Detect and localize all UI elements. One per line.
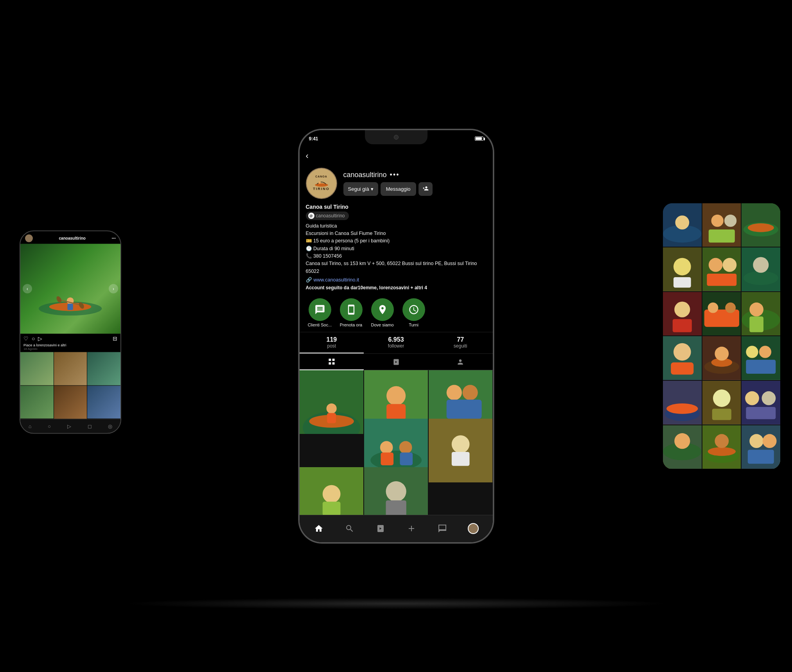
left-nav-arrow[interactable]: ‹ (23, 284, 32, 293)
back-button[interactable]: ‹ (306, 151, 309, 161)
nav-home-icon[interactable]: ⌂ (29, 423, 32, 429)
bio-line5: 📞 380 1507456 (306, 253, 487, 260)
grid-cell-4[interactable] (20, 385, 54, 419)
left-phone-nav: ⌂ ○ ▷ ◻ ◎ (20, 419, 120, 433)
stat-following[interactable]: 77 seguiti (428, 332, 493, 353)
right-grid-cell-3[interactable] (742, 203, 780, 247)
add-person-button[interactable] (418, 182, 433, 196)
left-phone-avatar (25, 234, 33, 242)
svg-point-23 (380, 441, 393, 454)
right-grid-cell-11[interactable] (702, 336, 741, 380)
svg-rect-42 (708, 229, 735, 242)
prenota-icon (346, 304, 357, 315)
rg1-content (663, 203, 702, 247)
nav-add-button[interactable] (403, 520, 420, 537)
right-grid-cell-4[interactable] (663, 247, 702, 291)
right-grid-cell-7[interactable] (663, 292, 702, 336)
photo-grid (300, 370, 493, 514)
svg-point-38 (675, 215, 689, 229)
photo-cell-1[interactable] (300, 370, 363, 434)
tab-reels[interactable] (364, 354, 428, 370)
right-grid-cell-18[interactable] (742, 425, 780, 469)
stat-posts[interactable]: 119 post (300, 332, 364, 353)
right-grid-cell-14[interactable] (702, 381, 741, 425)
left-phone-action-icons: ♡ ○ ▷ (23, 335, 42, 342)
bio-text: Guida turistica Escursioni in Canoa Sul … (306, 222, 487, 276)
messaggio-button[interactable]: Messaggio (381, 182, 416, 196)
nav-profile-icon[interactable]: ◎ (108, 423, 112, 429)
rg5-content (702, 247, 741, 291)
photo-cell-5[interactable] (429, 419, 492, 482)
right-grid-cell-15[interactable] (742, 381, 780, 425)
threads-badge[interactable]: @ canoasultirino (306, 211, 349, 220)
left-phone-more[interactable]: ••• (111, 236, 116, 240)
svg-point-61 (708, 303, 718, 313)
svg-rect-32 (322, 502, 340, 515)
right-grid-cell-13[interactable] (663, 381, 702, 425)
svg-point-40 (711, 215, 723, 227)
nav-reels-button[interactable] (372, 520, 389, 537)
action-clienti[interactable]: Clienti Soc... (306, 298, 334, 327)
nav-home-button[interactable] (310, 520, 327, 537)
tab-tagged[interactable] (428, 354, 493, 370)
action-dove[interactable]: Dove siamo (368, 298, 397, 327)
right-grid-cell-5[interactable] (702, 247, 741, 291)
right-grid-cell-8[interactable] (702, 292, 741, 336)
nav-messages-button[interactable] (434, 520, 451, 537)
dove-siamo-icon (377, 304, 388, 315)
share-icon[interactable]: ▷ (38, 335, 42, 342)
right-grid-cell-10[interactable] (663, 336, 702, 380)
action-turni[interactable]: Turni (400, 298, 428, 327)
profile-section: CANOA TIRINO canoasultirino ••• (300, 165, 493, 371)
right-grid-cell-2[interactable] (702, 203, 741, 247)
rg7-content (663, 292, 702, 336)
segui-button[interactable]: Segui già ▾ (343, 182, 378, 196)
clienti-label: Clienti Soc... (308, 323, 332, 327)
svg-rect-48 (673, 277, 691, 288)
svg-point-45 (748, 223, 774, 232)
nav-search-button[interactable] (341, 520, 358, 537)
right-grid-cell-9[interactable] (742, 292, 780, 336)
left-phone-username: canoasultirino (59, 236, 86, 240)
website-link[interactable]: 🔗 www.canoasultirino.it (306, 277, 487, 283)
dove-icon-circle (371, 298, 394, 321)
grid-cell-3[interactable] (87, 352, 120, 385)
svg-point-93 (708, 447, 735, 456)
grid-cell-6[interactable] (87, 385, 120, 419)
svg-point-51 (722, 258, 736, 272)
username-row: canoasultirino ••• (343, 171, 487, 179)
right-grid-cell-16[interactable] (663, 425, 702, 469)
left-phone-main-photo: ‹ › (20, 244, 120, 334)
svg-point-57 (674, 301, 690, 317)
svg-point-90 (674, 433, 690, 449)
website-url[interactable]: www.canoasultirino.it (314, 277, 359, 283)
photo-cell-6[interactable] (300, 467, 363, 515)
right-grid-cell-12[interactable] (742, 336, 780, 380)
svg-point-62 (725, 303, 736, 313)
right-grid-cell-6[interactable] (742, 247, 780, 291)
stat-followers[interactable]: 6.953 follower (364, 332, 428, 353)
svg-rect-29 (452, 452, 470, 466)
post-date: 18 Agosto (23, 347, 117, 351)
nav-profile-button[interactable] (465, 520, 482, 537)
svg-point-80 (666, 403, 698, 414)
right-grid-cell-17[interactable] (702, 425, 741, 469)
nav-reels-icon[interactable]: ▷ (67, 423, 71, 429)
photo-cell-7[interactable] (364, 467, 428, 515)
nav-shop-icon[interactable]: ◻ (88, 423, 92, 429)
tab-grid[interactable] (300, 354, 364, 370)
right-grid-cell-1[interactable] (663, 203, 702, 247)
more-menu-button[interactable]: ••• (390, 171, 400, 179)
nav-search-icon[interactable]: ○ (48, 423, 51, 429)
like-icon[interactable]: ♡ (23, 335, 29, 342)
grid-cell-1[interactable] (20, 352, 54, 385)
grid-cell-5[interactable] (54, 385, 87, 419)
svg-point-8 (318, 182, 321, 184)
action-prenota[interactable]: Prenota ora (337, 298, 365, 327)
right-nav-arrow[interactable]: › (109, 284, 118, 293)
rg9-content (742, 292, 780, 336)
comment-icon[interactable]: ○ (32, 335, 35, 342)
grid-cell-2[interactable] (54, 352, 87, 385)
bookmark-icon[interactable]: ⊟ (113, 335, 117, 342)
rg8-content (702, 292, 741, 336)
